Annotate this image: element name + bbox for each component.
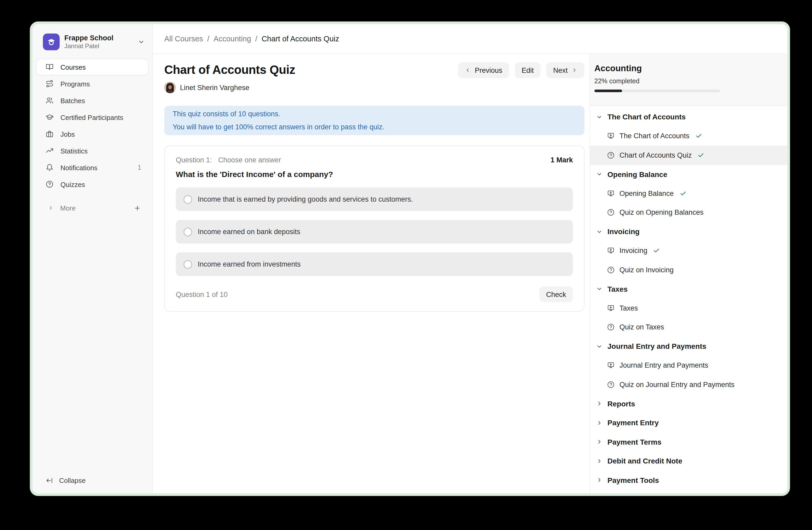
monitor-play-icon	[607, 247, 615, 255]
outline-section-opening-balance[interactable]: Opening Balance	[590, 165, 787, 184]
outline-item-chart-of-accounts-quiz[interactable]: Chart of Accounts Quiz	[590, 145, 787, 165]
option-label: Income that is earned by providing goods…	[198, 195, 413, 203]
outline-item-quiz-on-journal-entry-and-payments[interactable]: Quiz on Journal Entry and Payments	[590, 375, 787, 394]
breadcrumb-separator: /	[207, 34, 209, 43]
outline-item-taxes[interactable]: Taxes	[590, 298, 787, 318]
outline-section-taxes[interactable]: Taxes	[590, 279, 787, 298]
chevron-right-icon	[596, 400, 603, 407]
quiz-info-banner: This quiz consists of 10 questions. You …	[164, 106, 584, 135]
check-icon	[679, 190, 686, 197]
notification-count-badge: 1	[137, 164, 141, 171]
course-title: Accounting	[594, 62, 781, 74]
page-title: Chart of Accounts Quiz	[164, 61, 295, 78]
edit-button[interactable]: Edit	[515, 62, 541, 78]
previous-button[interactable]: Previous	[458, 62, 509, 78]
outline-section-journal-entry-and-payments[interactable]: Journal Entry and Payments	[590, 337, 787, 356]
brand-title: Frappe School	[64, 33, 114, 42]
sidebar-item-label: Notifications	[60, 164, 98, 171]
outline-section-payment-tools[interactable]: Payment Tools	[590, 471, 787, 490]
sidebar-item-notifications[interactable]: Notifications1	[37, 160, 148, 176]
chevron-down-icon	[596, 228, 603, 235]
chevron-right-icon	[48, 205, 54, 211]
brand-text: Frappe School Jannat Patel	[64, 33, 114, 50]
quiz-option-2[interactable]: Income earned on bank deposits	[176, 220, 573, 243]
plus-icon[interactable]	[133, 204, 141, 212]
question-text: What is the 'Direct Income' of a company…	[176, 169, 573, 180]
course-outline-panel: Accounting 22% completed The Chart of Ac…	[590, 54, 787, 493]
sidebar-collapse-button[interactable]: Collapse	[32, 472, 152, 488]
sidebar-item-batches[interactable]: Batches	[37, 93, 148, 108]
monitor-play-icon	[607, 362, 615, 369]
trending-up-icon	[45, 147, 54, 155]
check-icon	[653, 248, 660, 254]
sidebar-item-jobs[interactable]: Jobs	[37, 126, 148, 142]
page-header: Chart of Accounts Quiz	[164, 61, 584, 93]
topbar: All Courses/Accounting/Chart of Accounts…	[153, 24, 787, 54]
outline-item-label: Quiz on Taxes	[620, 323, 664, 331]
radio-button[interactable]	[184, 260, 192, 268]
quiz-option-3[interactable]: Income earned from investments	[176, 252, 573, 276]
briefcase-icon	[45, 130, 54, 138]
outline-item-label: The Chart of Accounts	[620, 132, 689, 140]
question-header: Question 1: Choose one answer 1 Mark	[176, 155, 573, 165]
quiz-option-1[interactable]: Income that is earned by providing goods…	[176, 187, 573, 211]
outline-section-reports[interactable]: Reports	[590, 394, 787, 413]
outline-item-opening-balance[interactable]: Opening Balance	[590, 184, 787, 203]
outline-item-journal-entry-and-payments[interactable]: Journal Entry and Payments	[590, 356, 787, 375]
check-icon	[695, 133, 702, 140]
outline-section-debit-and-credit-note[interactable]: Debit and Credit Note	[590, 451, 787, 471]
question-marks: 1 Mark	[550, 155, 573, 165]
outline-section-payment-terms[interactable]: Payment Terms	[590, 432, 787, 451]
chevron-right-icon	[571, 67, 578, 73]
breadcrumb: All Courses/Accounting/Chart of Accounts…	[164, 34, 339, 43]
outline-item-quiz-on-invoicing[interactable]: Quiz on Invoicing	[590, 260, 787, 279]
breadcrumb-separator: /	[255, 34, 257, 43]
check-button[interactable]: Check	[539, 287, 573, 302]
bell-icon	[45, 164, 54, 172]
sidebar-item-label: Courses	[60, 63, 86, 71]
options-list: Income that is earned by providing goods…	[176, 187, 573, 276]
question-pagination: Question 1 of 10	[176, 290, 228, 298]
sidebar-item-certified-participants[interactable]: Certified Participants	[37, 110, 148, 125]
workspace-switcher[interactable]: Frappe School Jannat Patel	[32, 24, 152, 50]
course-progress-header: Accounting 22% completed	[590, 54, 787, 106]
banner-line-2: You will have to get 100% correct answer…	[173, 121, 576, 134]
breadcrumb-link-all-courses[interactable]: All Courses	[164, 34, 203, 43]
left-sidebar: Frappe School Jannat Patel CoursesProgra…	[32, 24, 153, 493]
sidebar-item-label: Programs	[60, 80, 90, 88]
sidebar-nav: CoursesProgramsBatchesCertified Particip…	[37, 59, 148, 192]
sidebar-item-statistics[interactable]: Statistics	[37, 143, 148, 159]
chevron-down-icon[interactable]	[137, 38, 145, 45]
sidebar-more[interactable]: More	[37, 200, 148, 216]
author-avatar	[164, 82, 176, 93]
option-label: Income earned from investments	[198, 260, 301, 268]
sidebar-item-label: Batches	[60, 97, 85, 104]
outline-item-quiz-on-taxes[interactable]: Quiz on Taxes	[590, 318, 787, 337]
outline-section-title: Payment Tools	[607, 476, 659, 485]
outline-item-label: Quiz on Invoicing	[620, 266, 673, 274]
radio-button[interactable]	[184, 227, 192, 236]
outline-section-title: Payment Terms	[607, 438, 661, 446]
sidebar-item-programs[interactable]: Programs	[37, 76, 148, 92]
chevron-down-icon	[596, 171, 603, 178]
outline-section-invoicing[interactable]: Invoicing	[590, 222, 787, 241]
monitor-play-icon	[607, 304, 615, 312]
outline-item-label: Quiz on Journal Entry and Payments	[620, 381, 735, 389]
outline-item-the-chart-of-accounts[interactable]: The Chart of Accounts	[590, 126, 787, 145]
outline-item-label: Invoicing	[620, 247, 648, 255]
sidebar-item-quizzes[interactable]: Quizzes	[37, 177, 148, 192]
outline-item-invoicing[interactable]: Invoicing	[590, 241, 787, 260]
outline-section-the-chart-of-accounts[interactable]: The Chart of Accounts	[590, 107, 787, 126]
check-icon	[697, 152, 704, 159]
next-button[interactable]: Next	[546, 62, 584, 78]
radio-button[interactable]	[184, 195, 192, 204]
monitor-play-icon	[607, 132, 615, 140]
outline-section-payment-entry[interactable]: Payment Entry	[590, 413, 787, 432]
breadcrumb-link-accounting[interactable]: Accounting	[214, 34, 251, 43]
outline-item-quiz-on-opening-balances[interactable]: Quiz on Opening Balances	[590, 203, 787, 222]
quiz-card: Question 1: Choose one answer 1 Mark Wha…	[164, 145, 584, 311]
book-open-icon	[45, 63, 54, 71]
desktop-background: Frappe School Jannat Patel CoursesProgra…	[0, 0, 812, 530]
chevron-right-icon	[596, 477, 603, 484]
sidebar-item-courses[interactable]: Courses	[37, 59, 148, 75]
